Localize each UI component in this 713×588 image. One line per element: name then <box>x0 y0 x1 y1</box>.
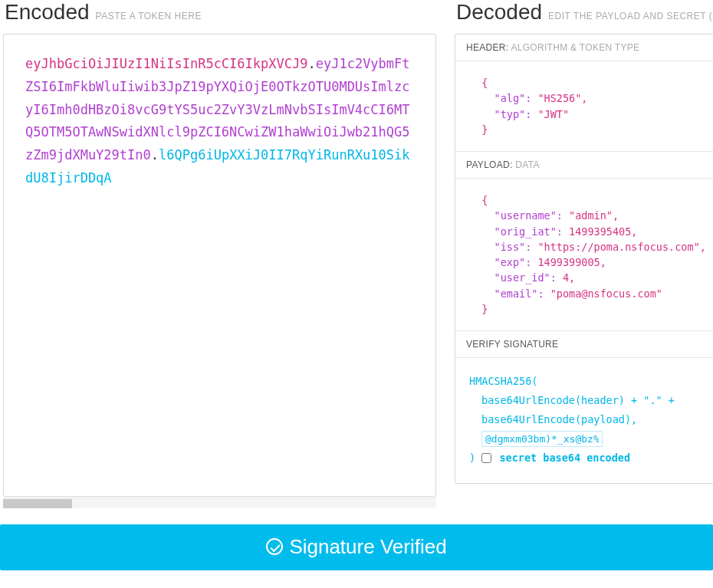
decoded-box: HEADER: ALGORITHM & TOKEN TYPE { "alg": … <box>455 34 713 484</box>
token-part-header: eyJhbGciOiJIUzI1NiIsInR5cCI6IkpXVCJ9 <box>25 56 307 71</box>
signature-section-label: VERIFY SIGNATURE <box>455 331 713 358</box>
signature-verified-banner: Signature Verified <box>0 524 713 570</box>
payload-section-label: PAYLOAD: DATA <box>455 152 713 179</box>
encoded-title: Encoded <box>5 0 90 25</box>
banner-text: Signature Verified <box>289 535 446 558</box>
decoded-subtitle: EDIT THE PAYLOAD AND SECRET ( <box>548 11 712 21</box>
encoded-token-box[interactable]: eyJhbGciOiJIUzI1NiIsInR5cCI6IkpXVCJ9.eyJ… <box>3 34 436 497</box>
sig-line2: base64UrlEncode(payload), <box>469 410 706 429</box>
encoded-subtitle: PASTE A TOKEN HERE <box>96 11 202 21</box>
secret-base64-label: secret base64 encoded <box>499 452 630 464</box>
token-dot: . <box>151 147 159 163</box>
decoded-title: Decoded <box>456 0 542 25</box>
encoded-token-content[interactable]: eyJhbGciOiJIUzI1NiIsInR5cCI6IkpXVCJ9.eyJ… <box>4 34 435 496</box>
token-dot: . <box>307 56 315 71</box>
sig-line1: base64UrlEncode(header) + "." + <box>469 391 706 410</box>
encoded-header: Encoded PASTE A TOKEN HERE <box>3 0 436 25</box>
decoded-header: Decoded EDIT THE PAYLOAD AND SECRET ( <box>455 0 713 25</box>
header-json-body[interactable]: { "alg": "HS256", "typ": "JWT" } <box>455 61 713 152</box>
check-circle-icon <box>266 538 283 555</box>
secret-input[interactable] <box>481 431 603 447</box>
horizontal-scrollbar[interactable] <box>3 497 436 509</box>
payload-json-body[interactable]: { "username": "admin", "orig_iat": 14993… <box>455 179 713 331</box>
sig-func: HMACSHA256( <box>469 372 706 391</box>
signature-body[interactable]: HMACSHA256( base64UrlEncode(header) + ".… <box>455 358 713 483</box>
secret-base64-checkbox[interactable] <box>481 453 491 463</box>
header-section-label: HEADER: ALGORITHM & TOKEN TYPE <box>455 34 713 61</box>
sig-close: ) <box>469 452 475 464</box>
